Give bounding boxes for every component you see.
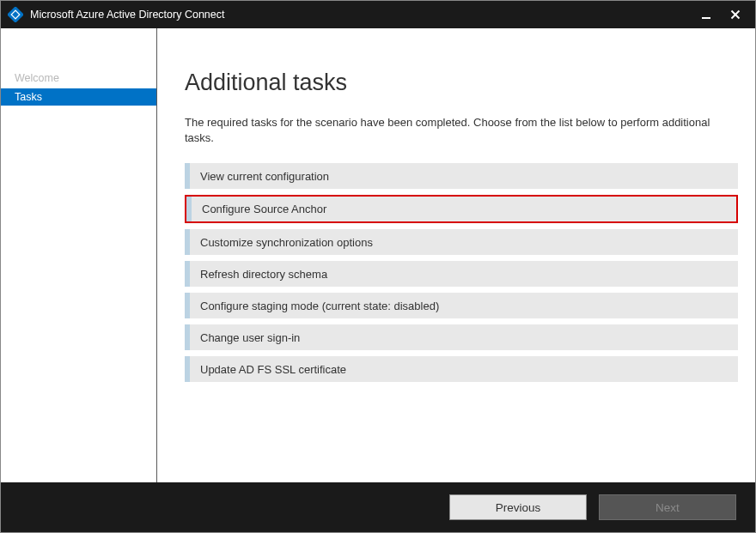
button-label: Previous [496, 501, 541, 514]
button-label: Next [655, 501, 680, 514]
task-change-user-signin[interactable]: Change user sign-in [185, 324, 738, 350]
next-button: Next [599, 494, 736, 520]
sidebar-item-label: Tasks [15, 91, 42, 103]
main-panel: Additional tasks The required tasks for … [157, 28, 755, 482]
previous-button[interactable]: Previous [449, 494, 587, 520]
svg-rect-3 [702, 17, 710, 19]
task-inner: Configure Source Anchor [186, 197, 736, 221]
sidebar-item-tasks[interactable]: Tasks [1, 88, 156, 106]
sidebar-item-label: Welcome [15, 72, 59, 84]
page-intro: The required tasks for the scenario have… [185, 115, 735, 146]
task-label: Change user sign-in [200, 331, 300, 344]
task-label: Configure staging mode (current state: d… [200, 300, 439, 312]
task-label: Configure Source Anchor [202, 203, 326, 215]
task-label: View current configuration [200, 170, 329, 183]
task-configure-staging-mode[interactable]: Configure staging mode (current state: d… [185, 293, 738, 318]
task-label: Update AD FS SSL certificate [200, 363, 346, 376]
sidebar: Welcome Tasks [1, 28, 157, 482]
sidebar-item-welcome[interactable]: Welcome [1, 70, 156, 87]
body: Welcome Tasks Additional tasks The requi… [1, 28, 755, 482]
close-button[interactable] [728, 7, 743, 22]
app-window: Microsoft Azure Active Directory Connect… [0, 0, 756, 533]
task-refresh-directory-schema[interactable]: Refresh directory schema [185, 261, 738, 287]
window-controls [698, 7, 750, 22]
task-label: Customize synchronization options [200, 236, 373, 249]
page-title: Additional tasks [185, 70, 738, 96]
task-update-adfs-ssl-cert[interactable]: Update AD FS SSL certificate [185, 356, 738, 382]
task-configure-source-anchor[interactable]: Configure Source Anchor [185, 195, 738, 223]
task-view-current-configuration[interactable]: View current configuration [185, 163, 738, 189]
task-list: View current configuration Configure Sou… [185, 163, 738, 382]
azure-icon [8, 7, 23, 22]
minimize-button[interactable] [698, 7, 714, 22]
titlebar: Microsoft Azure Active Directory Connect [1, 1, 755, 28]
window-title: Microsoft Azure Active Directory Connect [30, 9, 698, 21]
footer: Previous Next [1, 482, 755, 532]
task-customize-sync-options[interactable]: Customize synchronization options [185, 229, 738, 255]
task-label: Refresh directory schema [200, 268, 327, 281]
